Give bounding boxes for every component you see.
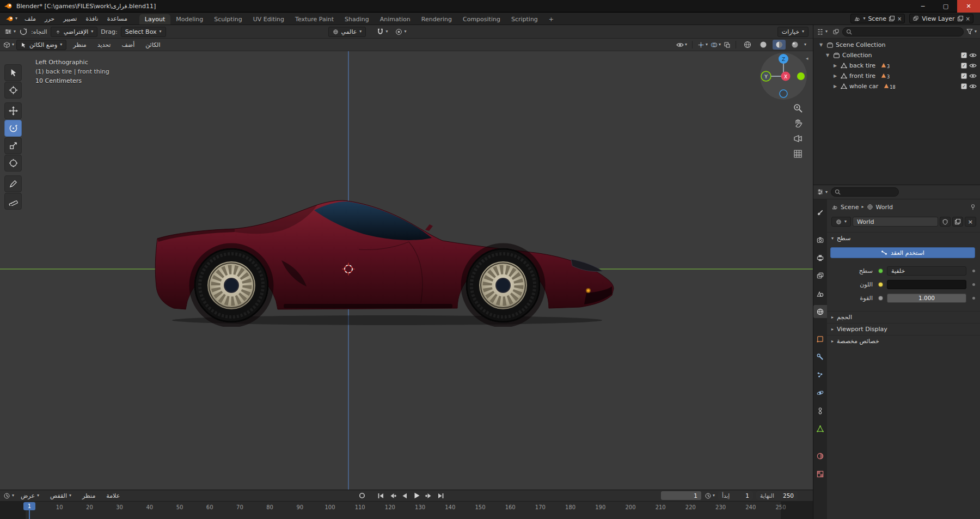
timeline-menu-playback[interactable]: عرض▾ [16,492,44,499]
outliner-filter-obj-icon[interactable] [832,28,840,35]
outliner-search-input[interactable] [842,27,964,36]
tab-animation[interactable]: Animation [375,14,416,25]
surface-panel-header[interactable]: ▾ سطح [827,232,980,244]
tab-physics[interactable] [813,386,827,399]
use-nodes-button[interactable]: استخدم العقد [830,247,975,258]
tool-scale[interactable] [4,137,22,154]
custom-properties-panel-header[interactable]: ▸ خصائص مخصصة [827,335,980,347]
decorator-dot[interactable] [966,283,975,286]
breadcrumb-world[interactable]: World [876,204,893,211]
menu-render[interactable]: تصيير [59,15,81,22]
color-swatch-field[interactable] [887,280,966,289]
menu-help[interactable]: مساعدة [103,15,132,22]
outliner-row-front-tire[interactable]: ▶ front tire 3 ✓ [813,71,980,81]
xray-toggle-icon[interactable] [724,41,731,48]
viewport-3d[interactable]: Left Orthographic (1) back tire | front … [0,51,813,490]
gizmo-y-positive[interactable] [797,72,805,80]
play-button[interactable] [411,491,422,500]
tab-layout[interactable]: Layout [139,14,170,25]
zoom-icon[interactable] [793,103,803,113]
shading-rendered-button[interactable] [788,40,801,50]
tab-uv-editing[interactable]: UV Editing [248,14,290,25]
editor-type-outliner-icon[interactable]: ▾ [817,28,828,35]
tab-object-data[interactable] [813,422,827,435]
playhead[interactable]: 1 [23,502,35,510]
editor-type-timeline-icon[interactable]: ▾ [3,492,14,499]
timeline-menu-marker[interactable]: علامة [102,492,124,499]
tool-transform[interactable] [4,155,22,172]
disclosure-right-icon[interactable]: ▶ [832,63,838,68]
new-scene-icon[interactable] [889,16,895,21]
eye-icon[interactable] [969,83,977,89]
overlays-toggle-icon[interactable]: ▾ [710,41,721,48]
viewport-display-panel-header[interactable]: ▸ Viewport Display [827,323,980,335]
auto-keyframe-toggle[interactable] [357,491,367,500]
tab-rendering[interactable]: Rendering [416,14,457,25]
tool-settings-icon[interactable]: ▾ [4,28,16,35]
camera-view-icon[interactable] [793,134,803,143]
grid-perspective-icon[interactable] [793,149,803,158]
tab-shading[interactable]: Shading [339,14,375,25]
outliner-row-whole-car[interactable]: ▶ whole car 18 ✓ [813,81,980,91]
unlink-scene-icon[interactable]: × [897,16,902,22]
outliner-filter-icon[interactable]: ▾ [966,28,977,35]
disclosure-right-icon[interactable]: ▶ [832,74,838,78]
timeline-menu-keying[interactable]: القفص▾ [46,492,76,499]
menu-add[interactable]: أضف [117,41,139,48]
new-world-button[interactable] [952,217,963,227]
pivot-dropdown[interactable]: عالمي ▾ [328,27,366,37]
tab-material[interactable] [813,449,827,462]
scene-selector[interactable]: ▾ Scene × [850,14,905,23]
snap-toggle-icon[interactable]: ▾ [377,28,388,35]
tab-world[interactable] [813,305,827,318]
tool-annotate[interactable] [4,175,22,192]
chevron-down-icon[interactable]: ▾ [804,42,806,47]
tool-cursor[interactable] [4,82,22,99]
frame-end-field[interactable]: النهاية250 [756,491,798,500]
tab-sculpting[interactable]: Sculpting [209,14,247,25]
timeline-menu-view[interactable]: منظر [78,492,100,499]
world-name-field[interactable]: World [853,217,938,227]
gizmos-toggle-icon[interactable]: ▾ [697,41,708,48]
tab-scene[interactable] [813,287,827,300]
menu-file[interactable]: ملف [20,15,40,22]
menu-edit[interactable]: حرر [40,15,59,22]
jump-to-end-button[interactable] [435,491,446,500]
properties-search-input[interactable] [831,187,899,197]
eye-icon[interactable] [969,52,977,58]
tab-texture[interactable] [813,467,827,480]
exclude-checkbox[interactable]: ✓ [961,83,967,89]
tab-object[interactable] [813,332,827,345]
close-button[interactable]: ✕ [957,0,980,13]
surface-shader-dropdown[interactable]: خلفية [887,266,966,276]
breadcrumb-scene[interactable]: Scene [841,204,859,211]
tab-output[interactable] [813,251,827,264]
disclosure-right-icon[interactable]: ▶ [832,84,838,89]
eye-icon[interactable] [969,63,977,69]
tab-modeling[interactable]: Modeling [170,14,209,25]
remove-view-layer-icon[interactable]: × [966,16,970,22]
shading-wireframe-button[interactable] [741,40,754,50]
outliner-row-collection[interactable]: ▼ Collection ✓ [813,50,980,60]
tab-scripting[interactable]: Scripting [506,14,543,25]
jump-to-start-button[interactable] [375,491,386,500]
mode-dropdown[interactable]: وضع الكائن ▾ [16,40,66,50]
menu-select[interactable]: تحديد [93,41,115,48]
decorator-dot[interactable] [966,297,975,300]
new-view-layer-icon[interactable] [958,16,963,21]
drag-dropdown[interactable]: Select Box ▾ [121,27,166,37]
strength-slider[interactable]: 1.000 [887,294,966,303]
play-reverse-button[interactable] [399,491,410,500]
minimize-button[interactable]: ─ [911,0,934,13]
keying-clock-icon[interactable]: ▾ [705,492,715,499]
disclosure-down-icon[interactable]: ▼ [824,53,831,58]
exclude-checkbox[interactable]: ✓ [961,73,967,79]
collection-exclude-checkbox[interactable]: ✓ [961,52,967,58]
gizmo-z-negative[interactable] [780,90,787,97]
fake-user-button[interactable] [940,217,951,227]
editor-type-3d-viewport-icon[interactable]: ▾ [3,41,14,48]
pin-icon[interactable] [970,204,976,210]
view-layer-selector[interactable]: View Layer × [909,14,973,23]
tool-move[interactable] [4,102,22,119]
tab-render[interactable] [813,233,827,246]
